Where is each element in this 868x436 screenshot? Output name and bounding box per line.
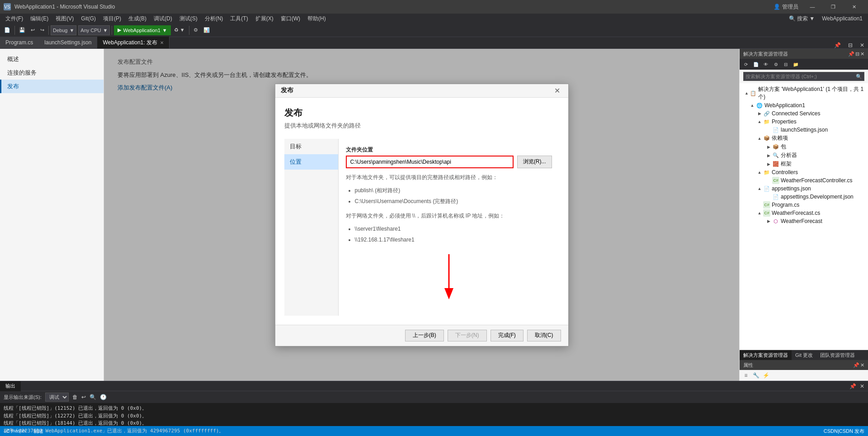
- props-btn-3[interactable]: ⚡: [761, 371, 770, 380]
- menu-analyze[interactable]: 分析(N): [201, 14, 227, 24]
- tree-appsettings[interactable]: ▲ 📄 appsettings.json: [740, 185, 868, 193]
- props-btn-2[interactable]: 🔧: [751, 371, 760, 380]
- menu-file[interactable]: 文件(F): [2, 14, 27, 24]
- menu-build[interactable]: 生成(B): [125, 14, 150, 24]
- tree-controllers[interactable]: ▲ 📁 Controllers: [740, 168, 868, 176]
- menu-debug[interactable]: 调试(D): [150, 14, 176, 24]
- tree-wf-class-item[interactable]: ▶ ⬡ WeatherForecast: [740, 217, 868, 225]
- tree-properties[interactable]: ▲ 📁 Properties: [740, 118, 868, 126]
- tab-close-all-icon[interactable]: ✕: [856, 42, 868, 48]
- cancel-button[interactable]: 取消(C): [527, 330, 561, 341]
- tree-analyzers[interactable]: ▶ 🔍 分析器: [740, 151, 868, 160]
- tree-program[interactable]: C# Program.cs: [740, 201, 868, 209]
- modal-close-button[interactable]: ✕: [552, 85, 563, 96]
- tab-solution-explorer-2[interactable]: 解决方案资源管理器: [740, 350, 792, 360]
- solution-explorer-title: 解决方案资源管理器: [743, 51, 788, 57]
- git-branch[interactable]: ⎇ master: [4, 428, 26, 435]
- toolbar-new[interactable]: 📄: [2, 25, 13, 36]
- tree-wf-controller[interactable]: C# WeatherForecastController.cs: [740, 176, 868, 185]
- nav-overview[interactable]: 概述: [0, 52, 104, 66]
- menu-help[interactable]: 帮助(H): [304, 14, 330, 24]
- toolbar-save-all[interactable]: 💾: [17, 25, 28, 36]
- solution-search-box[interactable]: 搜索解决方案资源管理器 (Ctrl+;) 🔍: [743, 72, 864, 81]
- tree-framework[interactable]: ▶ 🧱 框架: [740, 160, 868, 168]
- close-button[interactable]: ✕: [844, 0, 864, 14]
- props-pin[interactable]: 📌: [853, 362, 859, 368]
- menu-git[interactable]: Git(G): [77, 14, 99, 24]
- tab-git-changes[interactable]: Git 更改: [792, 350, 816, 360]
- back-button[interactable]: 上一步(B): [405, 330, 444, 341]
- output-clear-icon[interactable]: 🗑: [72, 394, 78, 400]
- hot-reload-btn[interactable]: ♻ ▼: [172, 25, 187, 36]
- menu-edit[interactable]: 编辑(E): [27, 14, 52, 24]
- menu-window[interactable]: 窗口(W): [277, 14, 304, 24]
- output-clock-icon[interactable]: 🕐: [100, 394, 107, 400]
- se-toolbar-props[interactable]: 📄: [751, 60, 760, 69]
- se-toolbar-show-all[interactable]: 👁: [761, 60, 770, 69]
- tree-packages[interactable]: ▶ 📦 包: [740, 142, 868, 151]
- tree-dependencies[interactable]: ▲ 📦 依赖项: [740, 134, 868, 142]
- tab-layout-icon[interactable]: ⊟: [844, 42, 856, 48]
- ana-label: 分析器: [781, 152, 797, 159]
- toolbar-redo[interactable]: ↪: [38, 25, 47, 36]
- modal-nav-target[interactable]: 目标: [284, 139, 338, 154]
- tab-output[interactable]: 输出: [0, 381, 21, 391]
- modal-nav-location[interactable]: 位置: [284, 154, 338, 170]
- se-toolbar-new[interactable]: 📁: [791, 60, 800, 69]
- run-button[interactable]: ▶ WebApplication1 ▼: [114, 25, 170, 35]
- tree-project[interactable]: ▲ 🌐 WebApplication1: [740, 101, 868, 109]
- browse-button[interactable]: 浏览(R)...: [517, 156, 552, 168]
- output-wrap-icon[interactable]: ↩: [81, 394, 86, 400]
- toolbar-extra-2[interactable]: 📊: [201, 25, 212, 36]
- tab-publish[interactable]: WebApplication1: 发布 ✕: [97, 37, 170, 48]
- solution-root[interactable]: ▲ 📋 解决方案 'WebApplication1' (1 个项目，共 1 个): [740, 85, 868, 101]
- minimize-button[interactable]: —: [802, 0, 823, 14]
- output-pin-icon[interactable]: 📌: [849, 383, 856, 389]
- tab-program-cs[interactable]: Program.cs: [0, 37, 39, 48]
- close-icon[interactable]: ✕: [860, 51, 864, 57]
- props-close[interactable]: ✕: [860, 362, 864, 368]
- se-toolbar-filter[interactable]: ⚙: [771, 60, 780, 69]
- hint-example-1: publish\ (相对路径): [355, 185, 552, 196]
- props-arrow: ▲: [756, 119, 763, 124]
- output-close-icon[interactable]: ✕: [860, 383, 864, 389]
- svg-marker-1: [444, 288, 453, 299]
- toolbar-extra-1[interactable]: ⚙: [191, 25, 200, 36]
- se-toolbar-sync[interactable]: ⟳: [741, 60, 750, 69]
- output-find-icon[interactable]: 🔍: [90, 394, 96, 400]
- next-button[interactable]: 下一步(N): [448, 330, 487, 341]
- properties-header: 属性 📌 ✕: [740, 360, 868, 370]
- run-label: WebApplication1: [123, 28, 160, 33]
- tab-pin-icon[interactable]: 📌: [830, 42, 844, 48]
- menu-tools[interactable]: 工具(T): [226, 14, 251, 24]
- menu-project[interactable]: 项目(P): [99, 14, 125, 24]
- se-toolbar-collapse[interactable]: ⊟: [781, 60, 790, 69]
- nav-connected-services[interactable]: 连接的服务: [0, 66, 104, 80]
- menu-test[interactable]: 测试(S): [176, 14, 201, 24]
- output-source-select[interactable]: 调试: [45, 393, 69, 402]
- cpu-arrow: ▼: [103, 28, 108, 33]
- tree-appsettings-dev[interactable]: 📄 appsettings.Development.json: [740, 193, 868, 201]
- tree-connected-services[interactable]: ▶ 🔗 Connected Services: [740, 109, 868, 118]
- collapse-icon[interactable]: ⊟: [855, 51, 859, 57]
- nav-publish[interactable]: 发布: [0, 80, 104, 93]
- folder-path-input[interactable]: [346, 156, 514, 168]
- toolbar-undo[interactable]: ↩: [28, 25, 37, 36]
- cpu-dropdown[interactable]: Any CPU ▼: [78, 25, 110, 35]
- wfc2-label: WeatherForecast: [781, 218, 822, 224]
- menu-extensions[interactable]: 扩展(X): [252, 14, 277, 24]
- menu-view[interactable]: 视图(V): [52, 14, 77, 24]
- tree-wf-class[interactable]: ▲ C# WeatherForecast.cs: [740, 209, 868, 217]
- restore-button[interactable]: ❐: [823, 0, 844, 14]
- menu-search[interactable]: 🔍 搜索 ▼: [785, 14, 819, 24]
- finish-button[interactable]: 完成(F): [491, 330, 524, 341]
- debug-mode-dropdown[interactable]: Debug ▼: [51, 25, 76, 35]
- tab-team-explorer[interactable]: 团队资源管理器: [816, 350, 859, 360]
- tab-close-icon[interactable]: ✕: [160, 40, 164, 45]
- pin-icon[interactable]: 📌: [848, 51, 854, 57]
- modal-title: 发布: [281, 86, 293, 95]
- debug-mode-arrow: ▼: [69, 28, 74, 33]
- tree-launch-settings[interactable]: 📄 launchSettings.json: [740, 126, 868, 134]
- tab-launch-settings[interactable]: launchSettings.json: [39, 37, 97, 48]
- props-btn-1[interactable]: ≡: [741, 371, 750, 380]
